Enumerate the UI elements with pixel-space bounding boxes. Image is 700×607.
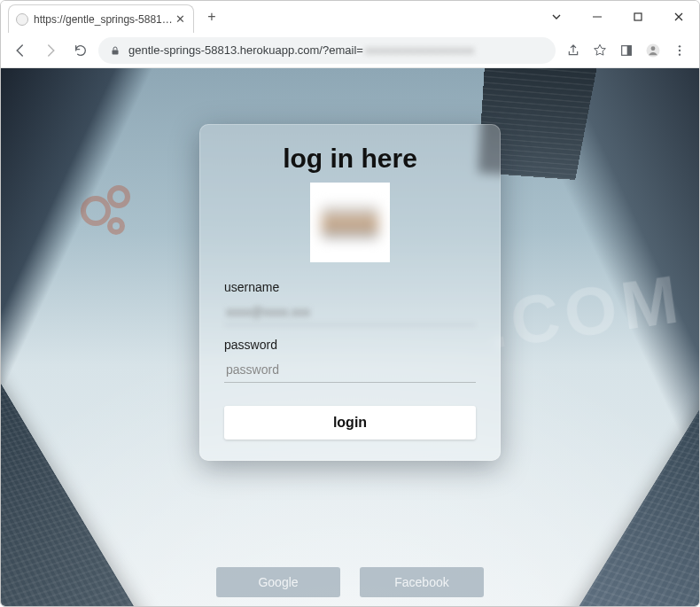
login-card: log in here username password login: [199, 124, 501, 461]
building-decoration: [1, 338, 165, 607]
login-logo: [310, 183, 390, 262]
password-input[interactable]: [224, 357, 476, 383]
svg-point-9: [679, 53, 681, 55]
password-label: password: [224, 338, 476, 352]
facebook-login-button[interactable]: Facebook: [360, 567, 484, 597]
new-tab-button[interactable]: +: [199, 4, 224, 29]
extensions-icon[interactable]: [614, 38, 639, 63]
address-toolbar: gentle-springs-58813.herokuapp.com/?emai…: [1, 33, 699, 68]
back-button[interactable]: [8, 38, 33, 63]
svg-rect-1: [634, 13, 642, 20]
address-url-obscured: xxxxxxxxxxxxxxxxxxx: [365, 43, 475, 57]
svg-rect-2: [113, 50, 119, 54]
svg-point-7: [679, 45, 681, 47]
menu-icon[interactable]: [667, 38, 692, 63]
tab-title: https://gentle_springs-58813.her: [34, 13, 174, 26]
address-bar[interactable]: gentle-springs-58813.herokuapp.com/?emai…: [98, 37, 556, 64]
chevron-down-icon[interactable]: [536, 1, 577, 33]
obscured-logo-icon: [322, 206, 378, 239]
close-window-button[interactable]: [658, 1, 699, 33]
window-controls: [536, 1, 699, 33]
lock-icon: [109, 44, 121, 57]
page-content: .COM log in here username password login…: [1, 68, 699, 607]
username-label: username: [224, 280, 476, 294]
minimize-button[interactable]: [577, 1, 618, 33]
svg-point-8: [679, 49, 681, 51]
browser-tab[interactable]: https://gentle_springs-58813.her ✕: [8, 4, 194, 33]
login-button[interactable]: login: [224, 406, 476, 440]
svg-rect-4: [627, 45, 632, 55]
close-tab-icon[interactable]: ✕: [174, 13, 186, 26]
default-favicon-icon: [16, 13, 28, 26]
address-url: gentle-springs-58813.herokuapp.com/?emai…: [128, 43, 363, 57]
maximize-button[interactable]: [618, 1, 658, 33]
share-icon[interactable]: [561, 38, 586, 63]
social-login-row: Google Facebook: [216, 567, 484, 597]
forward-button[interactable]: [38, 38, 63, 63]
bookmark-icon[interactable]: [587, 38, 612, 63]
google-login-button[interactable]: Google: [216, 567, 340, 597]
reload-button[interactable]: [68, 38, 93, 63]
building-decoration: [540, 340, 699, 607]
window-titlebar: https://gentle_springs-58813.her ✕ +: [1, 1, 699, 33]
username-input[interactable]: [224, 300, 476, 325]
svg-point-6: [651, 46, 656, 51]
login-title: log in here: [224, 144, 476, 174]
profile-icon[interactable]: [641, 38, 665, 63]
